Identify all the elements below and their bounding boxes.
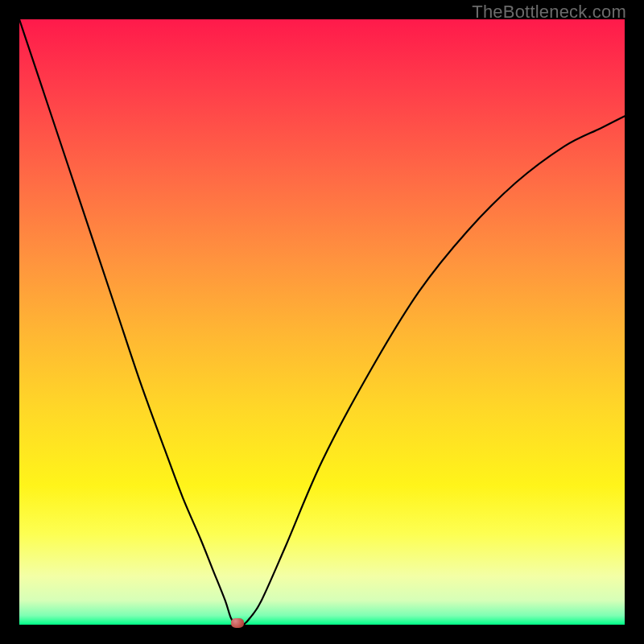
bottleneck-curve [19, 19, 625, 625]
minimum-marker-icon [231, 618, 244, 628]
plot-area [19, 19, 625, 625]
chart-frame: TheBottleneck.com [0, 0, 644, 644]
